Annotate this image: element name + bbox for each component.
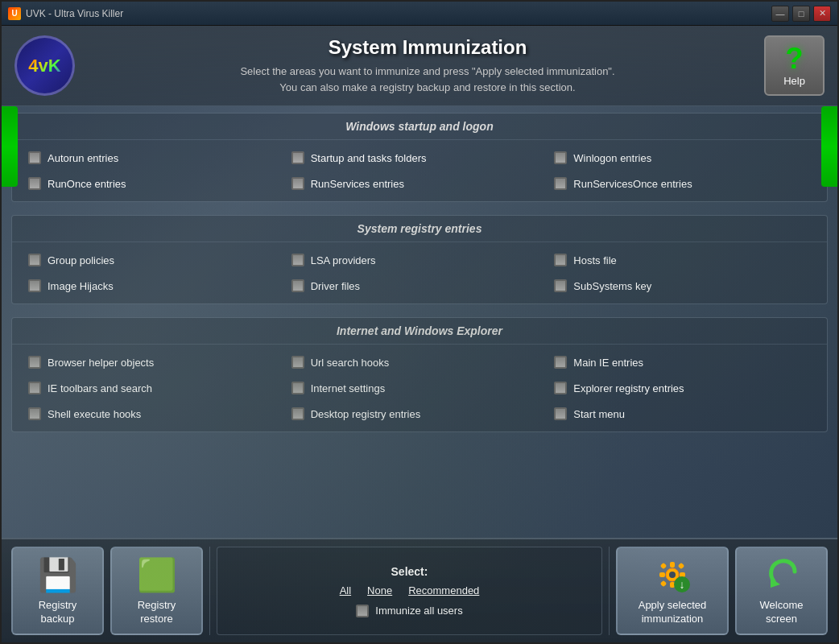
help-icon: ?	[786, 44, 804, 73]
section-system-registry: System registry entries Group policies L…	[11, 215, 828, 304]
registry-restore-button[interactable]: 🟩 Registryrestore	[110, 547, 203, 635]
checkbox-item-runservices[interactable]: RunServices entries	[288, 172, 552, 195]
label-runservicesonce: RunServicesOnce entries	[573, 178, 692, 190]
title-bar: U UVK - Ultra Virus Killer — □ ✕	[2, 2, 837, 26]
checkbox-hosts-file[interactable]	[554, 254, 567, 266]
checkbox-item-ie-toolbars[interactable]: IE toolbars and search	[25, 377, 288, 399]
section-title-internet-explorer: Internet and Windows Explorer	[12, 318, 827, 345]
svg-marker-12	[771, 578, 780, 588]
bottom-divider-left	[209, 547, 210, 635]
checkbox-image-hijacks[interactable]	[28, 279, 41, 292]
checkbox-item-main-ie[interactable]: Main IE entries	[551, 351, 814, 374]
checkbox-item-startup-tasks[interactable]: Startup and tasks folders	[288, 147, 552, 169]
checkbox-item-autorun[interactable]: Autorun entries	[25, 147, 288, 169]
app-logo: 4vK	[14, 35, 75, 96]
checkbox-driver-files[interactable]	[291, 279, 304, 292]
label-runonce: RunOnce entries	[48, 178, 126, 190]
checkbox-item-runservicesonce[interactable]: RunServicesOnce entries	[551, 172, 814, 195]
registry-backup-icon: 💾	[38, 556, 78, 594]
checkbox-item-explorer-registry[interactable]: Explorer registry entries	[551, 377, 814, 399]
label-desktop-registry: Desktop registry entries	[311, 408, 421, 420]
checkbox-item-start-menu[interactable]: Start menu	[551, 402, 814, 425]
svg-rect-8	[660, 580, 667, 587]
checkbox-runonce[interactable]	[28, 177, 41, 190]
checkbox-autorun[interactable]	[28, 151, 41, 164]
logo-text: 4vK	[28, 56, 60, 76]
checkbox-group-policies[interactable]	[28, 254, 41, 266]
close-button[interactable]: ✕	[813, 6, 831, 22]
select-recommended-link[interactable]: Recommended	[408, 584, 479, 597]
label-runservices: RunServices entries	[311, 178, 404, 190]
checkbox-item-image-hijacks[interactable]: Image Hijacks	[25, 275, 288, 297]
checkbox-internet-settings[interactable]	[291, 382, 304, 394]
checkbox-runservicesonce[interactable]	[554, 177, 567, 190]
checkbox-desktop-registry[interactable]	[291, 407, 304, 420]
welcome-screen-label: Welcomescreen	[760, 599, 804, 626]
checkbox-item-internet-settings[interactable]: Internet settings	[288, 377, 552, 399]
select-panel: Select: All None Recommended Immunize al…	[217, 547, 602, 635]
checkbox-immunize-all[interactable]	[356, 605, 369, 617]
checkbox-shell-execute[interactable]	[28, 407, 41, 420]
registry-backup-button[interactable]: 💾 Registrybackup	[11, 547, 104, 635]
immunize-all-text: Immunize all users	[375, 605, 462, 617]
select-title: Select:	[391, 565, 428, 578]
apply-immunization-button[interactable]: ↓ Apply selectedimmunization	[616, 547, 729, 635]
title-bar-buttons: — □ ✕	[771, 6, 831, 22]
label-hosts-file: Hosts file	[573, 254, 616, 266]
header-subtitle-line1: Select the areas you want to immunize an…	[91, 64, 764, 80]
checkbox-start-menu[interactable]	[554, 407, 567, 420]
label-ie-toolbars: IE toolbars and search	[48, 382, 152, 394]
checkbox-explorer-registry[interactable]	[554, 382, 567, 394]
label-explorer-registry: Explorer registry entries	[573, 382, 684, 394]
svg-rect-7	[678, 563, 684, 569]
checkbox-item-driver-files[interactable]: Driver files	[288, 275, 552, 297]
label-subsystems-key: SubSystems key	[573, 280, 651, 292]
checkbox-item-browser-helper[interactable]: Browser helper objects	[25, 351, 288, 374]
label-internet-settings: Internet settings	[311, 382, 386, 394]
help-button[interactable]: ? Help	[764, 35, 825, 96]
label-startup-tasks: Startup and tasks folders	[311, 152, 427, 164]
checkbox-item-desktop-registry[interactable]: Desktop registry entries	[288, 402, 552, 425]
section-items-windows-startup: Autorun entries Startup and tasks folder…	[12, 140, 827, 201]
label-url-search: Url search hooks	[311, 357, 390, 369]
checkbox-item-group-policies[interactable]: Group policies	[25, 249, 288, 271]
checkbox-runservices[interactable]	[291, 177, 304, 190]
label-shell-execute: Shell execute hooks	[48, 408, 141, 420]
header-text: System Immunization Select the areas you…	[91, 36, 764, 95]
checkbox-browser-helper[interactable]	[28, 356, 41, 369]
checkbox-item-winlogon[interactable]: Winlogon entries	[551, 147, 814, 169]
immunize-all-label[interactable]: Immunize all users	[356, 605, 462, 617]
checkbox-ie-toolbars[interactable]	[28, 382, 41, 394]
welcome-screen-button[interactable]: Welcomescreen	[735, 547, 828, 635]
checkbox-item-shell-execute[interactable]: Shell execute hooks	[25, 402, 288, 425]
label-group-policies: Group policies	[48, 254, 114, 266]
registry-backup-label: Registrybackup	[39, 599, 77, 626]
green-decoration-left	[2, 106, 18, 187]
restore-button[interactable]: □	[792, 6, 810, 22]
section-items-system-registry: Group policies LSA providers Hosts file …	[12, 242, 827, 303]
select-all-link[interactable]: All	[340, 584, 351, 597]
checkbox-main-ie[interactable]	[554, 356, 567, 369]
label-winlogon: Winlogon entries	[573, 152, 651, 164]
label-autorun: Autorun entries	[48, 152, 118, 164]
minimize-button[interactable]: —	[771, 6, 789, 22]
green-decoration-right	[821, 106, 837, 187]
select-none-link[interactable]: None	[367, 584, 392, 597]
svg-text:↓: ↓	[680, 578, 685, 591]
checkbox-item-subsystems-key[interactable]: SubSystems key	[551, 275, 814, 297]
checkbox-item-hosts-file[interactable]: Hosts file	[551, 249, 814, 271]
return-arrow-icon	[763, 555, 801, 594]
checkbox-item-url-search[interactable]: Url search hooks	[288, 351, 552, 374]
checkbox-item-runonce[interactable]: RunOnce entries	[25, 172, 288, 195]
checkbox-url-search[interactable]	[291, 356, 304, 369]
help-label: Help	[783, 75, 805, 87]
checkbox-startup-tasks[interactable]	[291, 151, 304, 164]
checkbox-lsa-providers[interactable]	[291, 254, 304, 266]
checkbox-winlogon[interactable]	[554, 151, 567, 164]
checkbox-subsystems-key[interactable]	[554, 279, 567, 292]
checkbox-item-lsa-providers[interactable]: LSA providers	[288, 249, 552, 271]
registry-restore-label: Registryrestore	[138, 599, 176, 626]
svg-rect-6	[660, 563, 667, 569]
header: 4vK System Immunization Select the areas…	[2, 26, 837, 106]
section-items-internet-explorer: Browser helper objects Url search hooks …	[12, 345, 827, 431]
